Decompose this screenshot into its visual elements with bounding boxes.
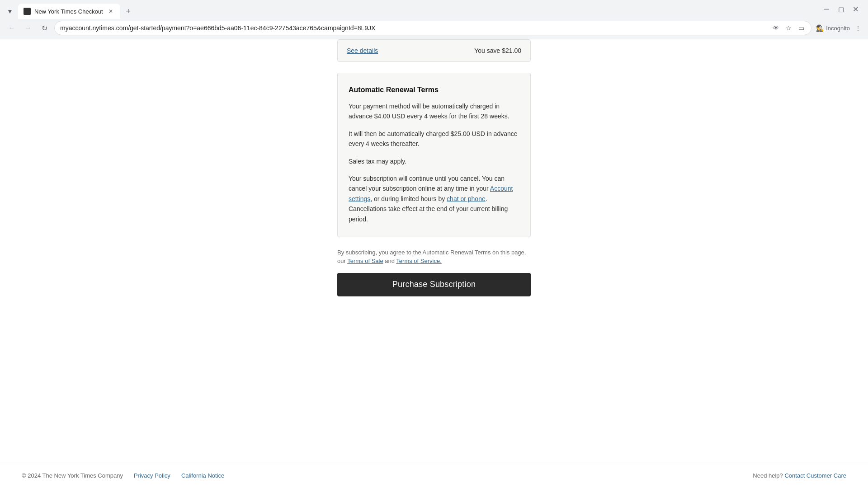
- minimize-button[interactable]: ─: [821, 4, 832, 14]
- see-details-link[interactable]: See details: [347, 47, 378, 54]
- active-tab[interactable]: New York Times Checkout ✕: [18, 4, 120, 19]
- california-notice-link[interactable]: California Notice: [181, 472, 224, 479]
- url-text: myaccount.nytimes.com/get-started/paymen…: [60, 24, 768, 32]
- tab-close-button[interactable]: ✕: [107, 7, 115, 15]
- agreement-and: and: [383, 258, 396, 264]
- renewal-paragraph-4-prefix: Your subscription will continue until yo…: [349, 175, 505, 192]
- forward-button[interactable]: →: [22, 22, 34, 34]
- tab-bar: ▼ New York Times Checkout ✕ + ─ ◻ ✕: [0, 0, 868, 19]
- back-button[interactable]: ←: [5, 22, 18, 34]
- terms-of-service-link[interactable]: Terms of Service.: [396, 258, 441, 264]
- agreement-text: By subscribing, you agree to the Automat…: [337, 248, 531, 266]
- incognito-badge: 🕵 Incognito: [815, 23, 850, 33]
- you-save-text: You save $21.00: [474, 47, 521, 54]
- need-help-text: Need help?: [753, 472, 784, 479]
- renewal-terms-box: Automatic Renewal Terms Your payment met…: [337, 73, 531, 237]
- renewal-paragraph-3: Sales tax may apply.: [349, 156, 519, 166]
- close-button[interactable]: ✕: [850, 4, 861, 14]
- contact-customer-care-link[interactable]: Contact Customer Care: [784, 472, 846, 479]
- top-partial-card: See details You save $21.00: [337, 39, 531, 62]
- address-bar-icons: 👁︎ ☆ ▭: [771, 23, 806, 33]
- terms-of-sale-link[interactable]: Terms of Sale: [347, 258, 383, 264]
- page-footer: © 2024 The New York Times Company Privac…: [0, 463, 868, 488]
- tab-favicon: [24, 8, 31, 15]
- new-tab-button[interactable]: +: [122, 5, 135, 18]
- renewal-paragraph-4: Your subscription will continue until yo…: [349, 174, 519, 224]
- renewal-title: Automatic Renewal Terms: [349, 86, 519, 94]
- window-controls: ─ ◻ ✕: [821, 4, 864, 18]
- split-view-icon[interactable]: ▭: [797, 23, 806, 33]
- toolbar-icons: ⋮: [854, 23, 863, 33]
- tab-title: New York Times Checkout: [34, 8, 103, 15]
- more-options-icon[interactable]: ⋮: [854, 23, 863, 33]
- purchase-subscription-button[interactable]: Purchase Subscription: [337, 273, 531, 296]
- footer-copyright: © 2024 The New York Times Company: [22, 472, 123, 479]
- incognito-icon: 🕵: [815, 23, 824, 33]
- privacy-policy-link[interactable]: Privacy Policy: [134, 472, 170, 479]
- tab-expand-button[interactable]: ▼: [4, 5, 16, 18]
- page-inner: See details You save $21.00 Automatic Re…: [0, 39, 868, 314]
- renewal-paragraph-4-mid: , or during limited hours by: [370, 195, 447, 202]
- address-bar-row: ← → ↻ myaccount.nytimes.com/get-started/…: [0, 19, 868, 39]
- footer-left: © 2024 The New York Times Company Privac…: [22, 472, 224, 479]
- bookmark-icon[interactable]: ☆: [784, 23, 793, 33]
- renewal-paragraph-1: Your payment method will be automaticall…: [349, 101, 519, 122]
- chat-phone-link[interactable]: chat or phone: [447, 195, 486, 202]
- browser-chrome: ▼ New York Times Checkout ✕ + ─ ◻ ✕ ← → …: [0, 0, 868, 39]
- page-content: See details You save $21.00 Automatic Re…: [0, 39, 868, 463]
- reload-button[interactable]: ↻: [38, 22, 51, 34]
- address-bar[interactable]: myaccount.nytimes.com/get-started/paymen…: [54, 21, 811, 35]
- eye-slash-icon[interactable]: 👁︎: [771, 23, 780, 33]
- incognito-label: Incognito: [826, 25, 850, 32]
- maximize-button[interactable]: ◻: [835, 4, 846, 14]
- footer-right: Need help? Contact Customer Care: [753, 472, 846, 479]
- renewal-paragraph-2: It will then be automatically charged $2…: [349, 129, 519, 149]
